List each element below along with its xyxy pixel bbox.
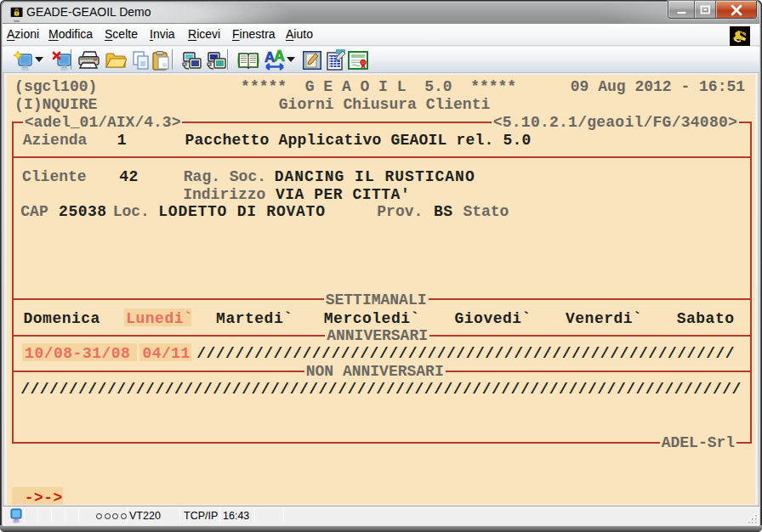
svg-text:A: A (274, 48, 285, 65)
